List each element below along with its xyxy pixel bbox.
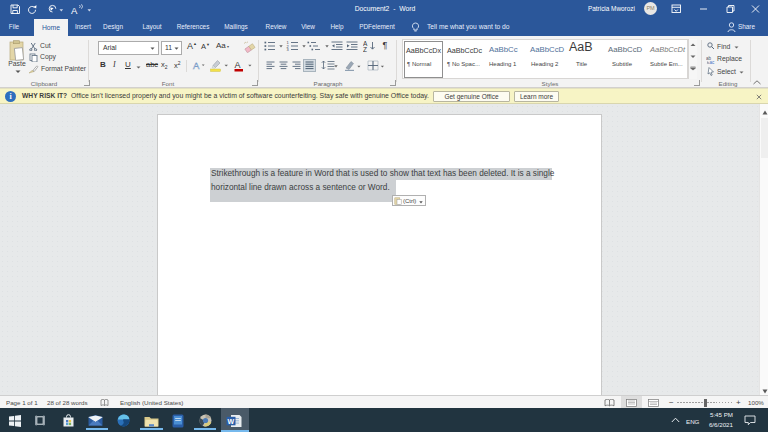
svg-text:A: A <box>71 4 78 15</box>
svg-text:ac: ac <box>710 60 716 64</box>
svg-text:A: A <box>235 60 241 70</box>
svg-text:3: 3 <box>287 47 290 52</box>
svg-text:Z: Z <box>363 46 367 52</box>
svg-text:A: A <box>193 60 200 71</box>
svg-text:W: W <box>228 418 235 425</box>
